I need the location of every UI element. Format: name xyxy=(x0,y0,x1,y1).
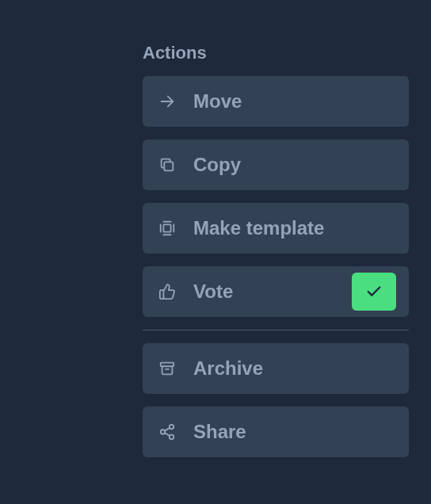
action-label: Share xyxy=(193,421,396,443)
copy-button[interactable]: Copy xyxy=(143,139,409,190)
action-label: Vote xyxy=(193,281,334,303)
action-label: Make template xyxy=(193,217,396,239)
section-title: Actions xyxy=(143,43,409,63)
actions-section: Actions Move Copy Make template Vote xyxy=(143,43,409,457)
share-icon xyxy=(158,423,176,441)
arrow-right-icon xyxy=(158,93,176,110)
svg-rect-2 xyxy=(163,224,170,231)
check-icon xyxy=(365,283,383,300)
archive-button[interactable]: Archive xyxy=(143,343,409,394)
action-label: Archive xyxy=(193,357,396,380)
svg-rect-7 xyxy=(161,363,174,367)
svg-line-12 xyxy=(165,433,170,436)
share-button[interactable]: Share xyxy=(143,407,409,457)
archive-icon xyxy=(158,360,176,377)
action-label: Copy xyxy=(193,154,396,176)
vote-button[interactable]: Vote xyxy=(143,266,409,317)
copy-icon xyxy=(158,156,176,174)
move-button[interactable]: Move xyxy=(143,76,409,127)
action-list: Move Copy Make template Vote xyxy=(143,76,409,457)
template-icon xyxy=(158,220,176,237)
make-template-button[interactable]: Make template xyxy=(143,203,409,254)
divider xyxy=(143,330,409,330)
voted-badge xyxy=(352,273,396,311)
svg-line-13 xyxy=(165,428,170,431)
action-label: Move xyxy=(193,90,396,113)
thumbs-up-icon xyxy=(158,283,176,300)
svg-rect-1 xyxy=(164,162,173,170)
